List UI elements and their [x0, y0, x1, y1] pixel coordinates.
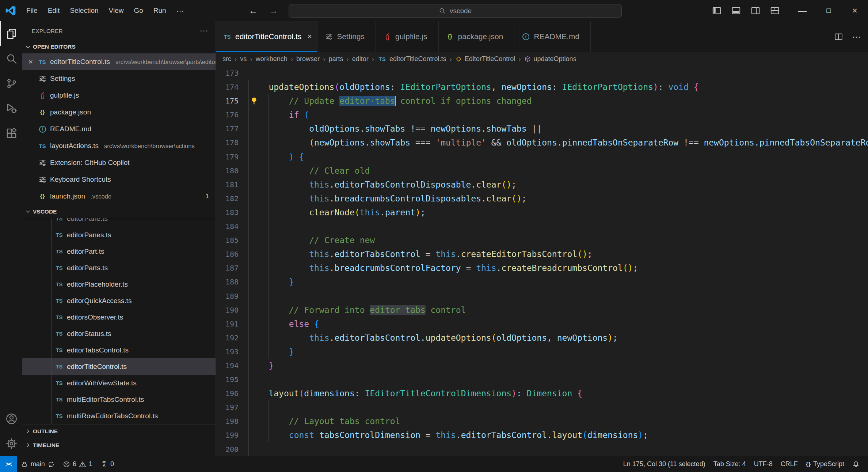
- code-line[interactable]: [248, 66, 868, 80]
- breadcrumb-item[interactable]: vs: [240, 55, 247, 63]
- menu-view[interactable]: View: [104, 0, 129, 21]
- code-line[interactable]: // Create new: [248, 233, 868, 247]
- code-line[interactable]: }: [248, 275, 868, 289]
- code-line[interactable]: // Clear old: [248, 164, 868, 178]
- menu-edit[interactable]: Edit: [43, 0, 65, 21]
- line-number[interactable]: 181: [216, 178, 248, 192]
- breadcrumb-item[interactable]: browser: [296, 55, 320, 63]
- code-line[interactable]: // Layout tabs control: [248, 414, 868, 428]
- open-editor-item[interactable]: Keyboard Shortcuts: [22, 171, 216, 188]
- line-number[interactable]: 192: [216, 331, 248, 345]
- code-line[interactable]: this.editorTabsControl = this.createEdit…: [248, 247, 868, 261]
- menu-run[interactable]: Run: [148, 0, 171, 21]
- code-line[interactable]: layout(dimensions: IEditorTitleControlDi…: [248, 386, 868, 400]
- line-number[interactable]: 173: [216, 66, 248, 80]
- language-mode[interactable]: {}TypeScript: [802, 456, 848, 472]
- code-line[interactable]: const tabsControlDimension = this.editor…: [248, 428, 868, 442]
- line-number[interactable]: 197: [216, 400, 248, 414]
- line-number[interactable]: 199: [216, 428, 248, 442]
- code-line[interactable]: this.breadcrumbsControlDisposables.clear…: [248, 192, 868, 205]
- line-number[interactable]: 187: [216, 261, 248, 275]
- line-number[interactable]: 177: [216, 122, 248, 136]
- menu-selection[interactable]: Selection: [65, 0, 103, 21]
- code-line[interactable]: [248, 442, 868, 456]
- code-line[interactable]: ) {: [248, 150, 868, 164]
- activity-extensions[interactable]: [0, 121, 22, 146]
- line-number[interactable]: 196: [216, 386, 248, 400]
- line-number[interactable]: 195: [216, 373, 248, 386]
- code-line[interactable]: oldOptions.showTabs !== newOptions.showT…: [248, 122, 868, 136]
- layout-grid-toggle[interactable]: [770, 6, 780, 15]
- code-line[interactable]: [248, 219, 868, 233]
- line-number[interactable]: 194: [216, 359, 248, 373]
- editor-more-actions[interactable]: ···: [852, 31, 861, 42]
- open-editor-item[interactable]: gulpfile.js: [22, 87, 216, 104]
- line-number[interactable]: 185: [216, 233, 248, 247]
- activity-explorer[interactable]: [0, 21, 22, 46]
- line-number[interactable]: 198: [216, 414, 248, 428]
- code-line[interactable]: clearNode(this.parent);: [248, 205, 868, 219]
- line-number[interactable]: 183: [216, 205, 248, 219]
- line-number[interactable]: 182: [216, 192, 248, 205]
- code-line[interactable]: this.breadcrumbsControlFactory = this.cr…: [248, 261, 868, 275]
- line-number[interactable]: 188: [216, 275, 248, 289]
- ports-status[interactable]: 0: [96, 456, 118, 472]
- line-number[interactable]: 184: [216, 219, 248, 233]
- line-number[interactable]: 193: [216, 345, 248, 359]
- line-number[interactable]: 178: [216, 136, 248, 150]
- code-line[interactable]: [248, 289, 868, 303]
- line-number[interactable]: 175: [216, 94, 248, 108]
- line-number[interactable]: 190: [216, 303, 248, 317]
- code-line[interactable]: this.editorTabsControl.updateOptions(old…: [248, 331, 868, 345]
- back-button[interactable]: ←: [247, 5, 259, 16]
- layout-sidebar-right-toggle[interactable]: [751, 6, 760, 15]
- close-button[interactable]: ×: [842, 0, 868, 21]
- section-open-editors[interactable]: OPEN EDITORS: [22, 40, 216, 53]
- layout-sidebar-left-toggle[interactable]: [712, 6, 722, 15]
- code-line[interactable]: // Forward into editor tabs control: [248, 303, 868, 317]
- cursor-position[interactable]: Ln 175, Col 30 (11 selected): [619, 456, 709, 472]
- close-editor-icon[interactable]: ×: [27, 57, 35, 66]
- menu-file[interactable]: File: [21, 0, 43, 21]
- tab-readme-md[interactable]: iREADME.md: [514, 21, 591, 52]
- activity-search[interactable]: [0, 46, 22, 71]
- notifications[interactable]: [848, 456, 864, 472]
- problems-status[interactable]: 61: [59, 456, 96, 472]
- code-line[interactable]: // Update editor·tabs control if options…: [248, 94, 868, 108]
- line-number[interactable]: 180: [216, 164, 248, 178]
- tab-editortitlecontrol-ts[interactable]: TSeditorTitleControl.ts×: [216, 21, 317, 52]
- menu-go[interactable]: Go: [129, 0, 148, 21]
- line-number[interactable]: 176: [216, 108, 248, 122]
- code-line[interactable]: if (: [248, 108, 868, 122]
- section-timeline[interactable]: TIMELINE: [22, 438, 216, 452]
- open-editor-item[interactable]: Settings: [22, 70, 216, 87]
- code-line[interactable]: }: [248, 359, 868, 373]
- eol[interactable]: CRLF: [777, 456, 802, 472]
- breadcrumb-item[interactable]: parts: [328, 55, 343, 63]
- breadcrumb-item[interactable]: workbench: [256, 55, 288, 63]
- remote-indicator[interactable]: ><: [0, 456, 17, 472]
- open-editor-item[interactable]: {}launch.json.vscode1: [22, 188, 216, 205]
- activity-run-debug[interactable]: [0, 96, 22, 121]
- activity-accounts[interactable]: [0, 406, 22, 431]
- forward-button[interactable]: →: [267, 5, 280, 16]
- open-editor-item[interactable]: {}package.json: [22, 104, 216, 121]
- menu-overflow[interactable]: ···: [171, 0, 189, 21]
- encoding[interactable]: UTF-8: [750, 456, 777, 472]
- breadcrumb-item[interactable]: src: [222, 55, 231, 63]
- open-editor-item[interactable]: ×TSeditorTitleControl.tssrc\vs\workbench…: [22, 53, 216, 70]
- activity-settings-gear[interactable]: [0, 431, 22, 456]
- line-number[interactable]: 189: [216, 289, 248, 303]
- line-number[interactable]: 174: [216, 80, 248, 94]
- code-line[interactable]: }: [248, 345, 868, 359]
- breadcrumb-item[interactable]: editor: [352, 55, 369, 63]
- layout-panel-toggle[interactable]: [731, 6, 741, 15]
- code-line[interactable]: [248, 400, 868, 414]
- code-line[interactable]: this.editorTabsControlDisposable.clear()…: [248, 178, 868, 192]
- line-number[interactable]: 191: [216, 317, 248, 331]
- maximize-button[interactable]: □: [815, 0, 842, 21]
- code-line[interactable]: else {: [248, 317, 868, 331]
- tab-settings[interactable]: Settings: [317, 21, 376, 52]
- open-editor-item[interactable]: Extension: GitHub Copilot: [22, 154, 216, 171]
- code-line[interactable]: updateOptions(oldOptions: IEditorPartOpt…: [248, 80, 868, 94]
